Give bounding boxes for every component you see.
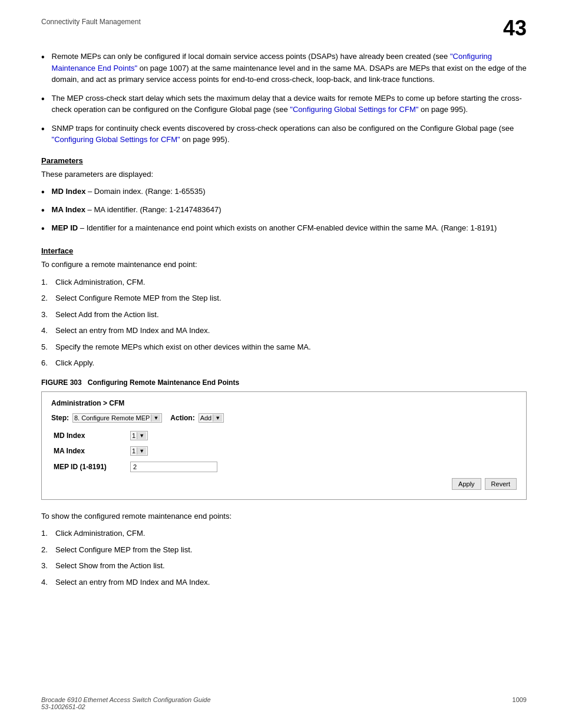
param-ma-index: MA Index – MA identifier. (Range: 1-2147… [52, 204, 527, 216]
bullet-text-2: The MEP cross-check start delay which se… [52, 93, 527, 116]
figure-box: Administration > CFM Step: 8. Configure … [41, 391, 527, 500]
ma-index-value: 1 [132, 447, 135, 454]
ma-index-select[interactable]: 1 ▼ [130, 446, 148, 456]
md-index-select[interactable]: 1 ▼ [130, 431, 148, 440]
bullet-text-3: SNMP traps for continuity check events d… [52, 123, 527, 146]
main-content: Remote MEPs can only be configured if lo… [41, 51, 527, 588]
mep-id-input[interactable] [130, 462, 217, 472]
footer-book-title: Brocade 6910 Ethernet Access Switch Conf… [41, 696, 211, 703]
show-steps: 1. Click Administration, CFM. 2. Select … [41, 528, 527, 588]
param-name-mep-id: MEP ID [52, 223, 78, 232]
mep-id-row: MEP ID (1-8191) [54, 462, 517, 472]
link-configuring-mep[interactable]: "Configuring Maintenance End Points" [52, 52, 492, 73]
step-6-text: Click Apply. [55, 357, 94, 369]
action-select-value: Add [200, 414, 212, 421]
footer-left: Brocade 6910 Ethernet Access Switch Conf… [41, 696, 211, 710]
footer-page-number: 1009 [513, 696, 527, 710]
list-item: 6. Click Apply. [41, 357, 527, 369]
link-global-settings-2[interactable]: "Configuring Global Settings for CFM" [52, 135, 180, 144]
chapter-title: Connectivity Fault Management [41, 18, 141, 26]
list-item: 5. Specify the remote MEPs which exist o… [41, 341, 527, 353]
param-name-md-index: MD Index [52, 187, 86, 196]
list-item: MA Index – MA identifier. (Range: 1-2147… [41, 204, 527, 218]
list-item: 3. Select Add from the Action list. [41, 309, 527, 321]
action-select[interactable]: Add ▼ [199, 413, 224, 423]
list-item: 4. Select an entry from MD Index and MA … [41, 325, 527, 337]
param-md-index: MD Index – Domain index. (Range: 1-65535… [52, 186, 527, 197]
list-item: SNMP traps for continuity check events d… [41, 123, 527, 146]
action-select-arrow-icon: ▼ [213, 414, 222, 421]
bullet-text-1: Remote MEPs can only be configured if lo… [52, 51, 527, 85]
step-5-text: Specify the remote MEPs which exist on o… [55, 341, 311, 353]
list-item: 3. Select Show from the Action list. [41, 560, 527, 572]
ma-index-arrow-icon: ▼ [137, 447, 146, 454]
step-select-value: 8. Configure Remote MEP [74, 414, 150, 421]
md-index-row: MD Index 1 ▼ [54, 431, 517, 440]
step-select[interactable]: 8. Configure Remote MEP ▼ [72, 413, 162, 423]
step-select-arrow-icon: ▼ [151, 414, 160, 421]
step-4-text: Select an entry from MD Index and MA Ind… [55, 325, 210, 337]
footer-doc-id: 53-1002651-02 [41, 703, 211, 710]
list-item: The MEP cross-check start delay which se… [41, 93, 527, 116]
list-item: 4. Select an entry from MD Index and MA … [41, 577, 527, 588]
figure-buttons: Apply Revert [51, 478, 517, 490]
md-index-arrow-icon: ▼ [137, 432, 146, 439]
list-item: 1. Click Administration, CFM. [41, 528, 527, 539]
interface-subtitle: To configure a remote maintenance end po… [41, 259, 527, 271]
page: Connectivity Fault Management 43 Remote … [0, 0, 562, 728]
show-step-3: Select Show from the Action list. [55, 560, 165, 572]
show-step-2: Select Configure MEP from the Step list. [55, 544, 192, 556]
show-step-4: Select an entry from MD Index and MA Ind… [55, 577, 210, 588]
show-subtitle: To show the configured remote maintenanc… [41, 510, 527, 522]
interface-heading: Interface [41, 246, 527, 255]
figure-breadcrumb: Administration > CFM [51, 399, 517, 407]
apply-button[interactable]: Apply [452, 478, 481, 490]
figure-title: Configuring Remote Maintenance End Point… [88, 378, 239, 387]
action-label: Action: [170, 414, 194, 422]
param-name-ma-index: MA Index [52, 205, 85, 214]
figure-number: FIGURE 303 [41, 378, 82, 387]
parameters-list: MD Index – Domain index. (Range: 1-65535… [41, 186, 527, 236]
page-footer: Brocade 6910 Ethernet Access Switch Conf… [41, 696, 527, 710]
list-item: 2. Select Configure Remote MEP from the … [41, 292, 527, 304]
step-1-text: Click Administration, CFM. [55, 276, 145, 288]
step-3-text: Select Add from the Action list. [55, 309, 159, 321]
list-item: 2. Select Configure MEP from the Step li… [41, 544, 527, 556]
intro-bullets: Remote MEPs can only be configured if lo… [41, 51, 527, 146]
show-step-1: Click Administration, CFM. [55, 528, 145, 539]
mep-id-label: MEP ID (1-8191) [54, 463, 130, 471]
interface-steps: 1. Click Administration, CFM. 2. Select … [41, 276, 527, 369]
figure-label: FIGURE 303 Configuring Remote Maintenanc… [41, 378, 527, 387]
ma-index-row: MA Index 1 ▼ [54, 446, 517, 456]
list-item: MD Index – Domain index. (Range: 1-65535… [41, 186, 527, 199]
md-index-value: 1 [132, 432, 135, 439]
param-mep-id: MEP ID – Identifier for a maintenance en… [52, 222, 527, 234]
list-item: Remote MEPs can only be configured if lo… [41, 51, 527, 85]
list-item: MEP ID – Identifier for a maintenance en… [41, 222, 527, 236]
ma-index-label: MA Index [54, 447, 130, 455]
figure-fields: MD Index 1 ▼ MA Index 1 ▼ MEP ID [54, 431, 517, 472]
page-number: 43 [503, 18, 527, 39]
link-global-settings-1[interactable]: "Configuring Global Settings for CFM" [290, 105, 418, 114]
md-index-label: MD Index [54, 431, 130, 440]
page-header: Connectivity Fault Management 43 [41, 18, 527, 39]
step-label: Step: [51, 414, 69, 422]
step-2-text: Select Configure Remote MEP from the Ste… [55, 292, 222, 304]
list-item: 1. Click Administration, CFM. [41, 276, 527, 288]
parameters-subtitle: These parameters are displayed: [41, 169, 527, 180]
figure-step-row: Step: 8. Configure Remote MEP ▼ Action: … [51, 413, 517, 423]
revert-button[interactable]: Revert [485, 478, 517, 490]
parameters-heading: Parameters [41, 156, 527, 165]
